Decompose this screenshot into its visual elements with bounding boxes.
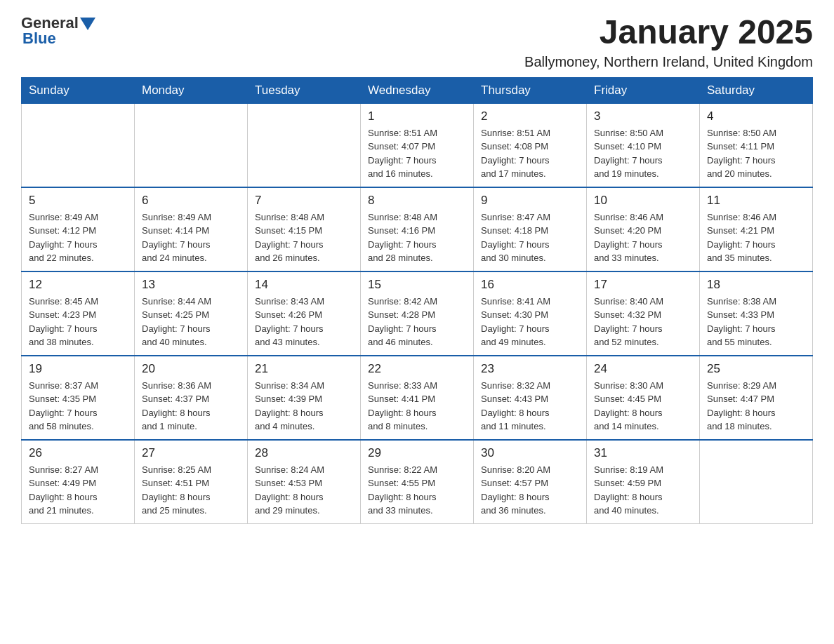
- day-info: Sunrise: 8:36 AM Sunset: 4:37 PM Dayligh…: [142, 379, 240, 434]
- day-info: Sunrise: 8:46 AM Sunset: 4:21 PM Dayligh…: [707, 210, 805, 265]
- calendar-title: January 2025: [524, 14, 813, 51]
- day-info: Sunrise: 8:40 AM Sunset: 4:32 PM Dayligh…: [594, 295, 692, 349]
- day-number: 3: [594, 109, 692, 123]
- day-info: Sunrise: 8:42 AM Sunset: 4:28 PM Dayligh…: [368, 295, 466, 349]
- calendar-day-20: 20Sunrise: 8:36 AM Sunset: 4:37 PM Dayli…: [135, 356, 248, 440]
- day-number: 15: [368, 278, 466, 292]
- day-number: 5: [29, 194, 127, 208]
- calendar-day-13: 13Sunrise: 8:44 AM Sunset: 4:25 PM Dayli…: [135, 271, 248, 356]
- calendar-day-25: 25Sunrise: 8:29 AM Sunset: 4:47 PM Dayli…: [700, 356, 813, 440]
- day-number: 8: [368, 194, 466, 208]
- day-info: Sunrise: 8:19 AM Sunset: 4:59 PM Dayligh…: [594, 463, 692, 518]
- day-info: Sunrise: 8:34 AM Sunset: 4:39 PM Dayligh…: [255, 379, 353, 434]
- day-number: 26: [29, 446, 127, 460]
- calendar-day-17: 17Sunrise: 8:40 AM Sunset: 4:32 PM Dayli…: [587, 271, 700, 356]
- day-number: 10: [594, 194, 692, 208]
- day-info: Sunrise: 8:49 AM Sunset: 4:14 PM Dayligh…: [142, 210, 240, 265]
- calendar-day-31: 31Sunrise: 8:19 AM Sunset: 4:59 PM Dayli…: [587, 440, 700, 524]
- calendar-day-4: 4Sunrise: 8:50 AM Sunset: 4:11 PM Daylig…: [700, 103, 813, 187]
- day-number: 21: [255, 362, 353, 376]
- day-info: Sunrise: 8:20 AM Sunset: 4:57 PM Dayligh…: [481, 463, 579, 518]
- day-info: Sunrise: 8:48 AM Sunset: 4:16 PM Dayligh…: [368, 210, 466, 265]
- day-number: 6: [142, 194, 240, 208]
- day-number: 24: [594, 362, 692, 376]
- calendar-day-1: 1Sunrise: 8:51 AM Sunset: 4:07 PM Daylig…: [361, 103, 474, 187]
- calendar-day-19: 19Sunrise: 8:37 AM Sunset: 4:35 PM Dayli…: [22, 356, 135, 440]
- calendar-week-row: 19Sunrise: 8:37 AM Sunset: 4:35 PM Dayli…: [22, 356, 813, 440]
- day-info: Sunrise: 8:47 AM Sunset: 4:18 PM Dayligh…: [481, 210, 579, 265]
- calendar-day-21: 21Sunrise: 8:34 AM Sunset: 4:39 PM Dayli…: [248, 356, 361, 440]
- calendar-subtitle: Ballymoney, Northern Ireland, United Kin…: [524, 54, 813, 70]
- day-info: Sunrise: 8:50 AM Sunset: 4:11 PM Dayligh…: [707, 126, 805, 181]
- day-info: Sunrise: 8:29 AM Sunset: 4:47 PM Dayligh…: [707, 379, 805, 434]
- calendar-empty-cell: [248, 103, 361, 187]
- day-number: 28: [255, 446, 353, 460]
- calendar-day-14: 14Sunrise: 8:43 AM Sunset: 4:26 PM Dayli…: [248, 271, 361, 356]
- day-number: 11: [707, 194, 805, 208]
- title-area: January 2025 Ballymoney, Northern Irelan…: [524, 14, 813, 70]
- day-info: Sunrise: 8:33 AM Sunset: 4:41 PM Dayligh…: [368, 379, 466, 434]
- day-info: Sunrise: 8:51 AM Sunset: 4:08 PM Dayligh…: [481, 126, 579, 181]
- day-info: Sunrise: 8:48 AM Sunset: 4:15 PM Dayligh…: [255, 210, 353, 265]
- logo-triangle-icon: [80, 18, 95, 30]
- day-info: Sunrise: 8:41 AM Sunset: 4:30 PM Dayligh…: [481, 295, 579, 349]
- calendar-day-7: 7Sunrise: 8:48 AM Sunset: 4:15 PM Daylig…: [248, 187, 361, 271]
- day-number: 17: [594, 278, 692, 292]
- day-number: 23: [481, 362, 579, 376]
- logo-blue: Blue: [22, 29, 56, 48]
- calendar-day-16: 16Sunrise: 8:41 AM Sunset: 4:30 PM Dayli…: [474, 271, 587, 356]
- day-number: 31: [594, 446, 692, 460]
- day-number: 4: [707, 109, 805, 123]
- day-number: 20: [142, 362, 240, 376]
- svg-marker-0: [80, 18, 95, 30]
- calendar-day-22: 22Sunrise: 8:33 AM Sunset: 4:41 PM Dayli…: [361, 356, 474, 440]
- calendar-week-row: 1Sunrise: 8:51 AM Sunset: 4:07 PM Daylig…: [22, 103, 813, 187]
- calendar-week-row: 5Sunrise: 8:49 AM Sunset: 4:12 PM Daylig…: [22, 187, 813, 271]
- day-number: 14: [255, 278, 353, 292]
- calendar-day-10: 10Sunrise: 8:46 AM Sunset: 4:20 PM Dayli…: [587, 187, 700, 271]
- day-info: Sunrise: 8:50 AM Sunset: 4:10 PM Dayligh…: [594, 126, 692, 181]
- calendar-day-11: 11Sunrise: 8:46 AM Sunset: 4:21 PM Dayli…: [700, 187, 813, 271]
- calendar-day-15: 15Sunrise: 8:42 AM Sunset: 4:28 PM Dayli…: [361, 271, 474, 356]
- calendar-day-5: 5Sunrise: 8:49 AM Sunset: 4:12 PM Daylig…: [22, 187, 135, 271]
- day-info: Sunrise: 8:32 AM Sunset: 4:43 PM Dayligh…: [481, 379, 579, 434]
- calendar-day-27: 27Sunrise: 8:25 AM Sunset: 4:51 PM Dayli…: [135, 440, 248, 524]
- day-of-week-friday: Friday: [587, 77, 700, 103]
- day-of-week-sunday: Sunday: [22, 77, 135, 103]
- day-number: 2: [481, 109, 579, 123]
- day-number: 29: [368, 446, 466, 460]
- day-number: 13: [142, 278, 240, 292]
- calendar-table: SundayMondayTuesdayWednesdayThursdayFrid…: [21, 77, 813, 524]
- day-info: Sunrise: 8:38 AM Sunset: 4:33 PM Dayligh…: [707, 295, 805, 349]
- calendar-day-9: 9Sunrise: 8:47 AM Sunset: 4:18 PM Daylig…: [474, 187, 587, 271]
- day-info: Sunrise: 8:43 AM Sunset: 4:26 PM Dayligh…: [255, 295, 353, 349]
- day-info: Sunrise: 8:25 AM Sunset: 4:51 PM Dayligh…: [142, 463, 240, 518]
- day-number: 7: [255, 194, 353, 208]
- calendar-empty-cell: [22, 103, 135, 187]
- calendar-day-29: 29Sunrise: 8:22 AM Sunset: 4:55 PM Dayli…: [361, 440, 474, 524]
- calendar-day-26: 26Sunrise: 8:27 AM Sunset: 4:49 PM Dayli…: [22, 440, 135, 524]
- day-info: Sunrise: 8:46 AM Sunset: 4:20 PM Dayligh…: [594, 210, 692, 265]
- day-info: Sunrise: 8:49 AM Sunset: 4:12 PM Dayligh…: [29, 210, 127, 265]
- day-of-week-wednesday: Wednesday: [361, 77, 474, 103]
- header: General Blue January 2025 Ballymoney, No…: [21, 14, 813, 70]
- day-info: Sunrise: 8:22 AM Sunset: 4:55 PM Dayligh…: [368, 463, 466, 518]
- day-number: 12: [29, 278, 127, 292]
- day-info: Sunrise: 8:24 AM Sunset: 4:53 PM Dayligh…: [255, 463, 353, 518]
- calendar-week-row: 12Sunrise: 8:45 AM Sunset: 4:23 PM Dayli…: [22, 271, 813, 356]
- calendar-day-23: 23Sunrise: 8:32 AM Sunset: 4:43 PM Dayli…: [474, 356, 587, 440]
- day-info: Sunrise: 8:27 AM Sunset: 4:49 PM Dayligh…: [29, 463, 127, 518]
- calendar-empty-cell: [135, 103, 248, 187]
- day-info: Sunrise: 8:45 AM Sunset: 4:23 PM Dayligh…: [29, 295, 127, 349]
- day-number: 9: [481, 194, 579, 208]
- day-number: 27: [142, 446, 240, 460]
- calendar-day-28: 28Sunrise: 8:24 AM Sunset: 4:53 PM Dayli…: [248, 440, 361, 524]
- day-info: Sunrise: 8:37 AM Sunset: 4:35 PM Dayligh…: [29, 379, 127, 434]
- day-info: Sunrise: 8:44 AM Sunset: 4:25 PM Dayligh…: [142, 295, 240, 349]
- day-number: 18: [707, 278, 805, 292]
- calendar-header-row: SundayMondayTuesdayWednesdayThursdayFrid…: [22, 77, 813, 103]
- calendar-day-6: 6Sunrise: 8:49 AM Sunset: 4:14 PM Daylig…: [135, 187, 248, 271]
- calendar-empty-cell: [700, 440, 813, 524]
- day-number: 1: [368, 109, 466, 123]
- calendar-day-8: 8Sunrise: 8:48 AM Sunset: 4:16 PM Daylig…: [361, 187, 474, 271]
